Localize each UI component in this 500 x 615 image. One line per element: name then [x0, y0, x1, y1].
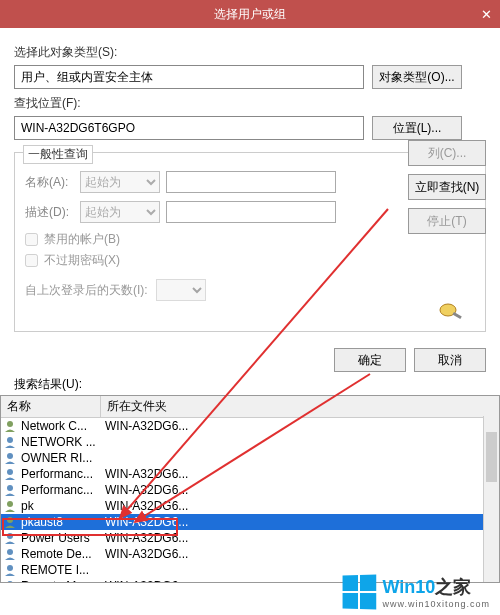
- row-name: REMOTE I...: [21, 563, 101, 577]
- locations-button[interactable]: 位置(L)...: [372, 116, 462, 140]
- user-icon: [3, 483, 19, 497]
- ok-button[interactable]: 确定: [334, 348, 406, 372]
- object-type-label: 选择此对象类型(S):: [14, 44, 486, 61]
- row-folder: WIN-A32DG6...: [101, 531, 499, 545]
- user-icon: [3, 515, 19, 529]
- table-row[interactable]: Network C...WIN-A32DG6...: [1, 418, 499, 434]
- table-row[interactable]: Power UsersWIN-A32DG6...: [1, 530, 499, 546]
- close-icon: ✕: [481, 7, 492, 22]
- svg-point-10: [7, 549, 13, 555]
- table-row[interactable]: NETWORK ...: [1, 434, 499, 450]
- user-icon: [3, 435, 19, 449]
- disabled-accounts-checkbox[interactable]: [25, 233, 38, 246]
- svg-point-2: [7, 421, 13, 427]
- desc-input[interactable]: [166, 201, 336, 223]
- row-folder: WIN-A32DG6...: [101, 419, 499, 433]
- row-name: Remote De...: [21, 547, 101, 561]
- no-expire-label: 不过期密码(X): [44, 252, 120, 269]
- table-row[interactable]: pkWIN-A32DG6...: [1, 498, 499, 514]
- location-input[interactable]: [14, 116, 364, 140]
- results-label: 搜索结果(U):: [14, 376, 486, 393]
- user-icon: [3, 547, 19, 561]
- svg-point-9: [7, 533, 13, 539]
- svg-rect-1: [453, 312, 462, 319]
- days-since-label: 自上次登录后的天数(I):: [25, 282, 148, 299]
- name-match-select[interactable]: 起始为: [80, 171, 160, 193]
- row-name: OWNER RI...: [21, 451, 101, 465]
- svg-point-5: [7, 469, 13, 475]
- svg-point-11: [7, 565, 13, 571]
- search-icon: [437, 299, 465, 321]
- windows-logo-icon: [343, 575, 377, 610]
- name-input[interactable]: [166, 171, 336, 193]
- user-icon: [3, 451, 19, 465]
- row-name: Remote M...: [21, 579, 101, 583]
- user-icon: [3, 563, 19, 577]
- scroll-thumb[interactable]: [486, 432, 497, 482]
- watermark: Win10之家 www.win10xitong.com: [342, 575, 490, 609]
- titlebar: 选择用户或组 ✕: [0, 0, 500, 28]
- row-folder: WIN-A32DG6...: [101, 483, 499, 497]
- results-list: 名称 所在文件夹 Network C...WIN-A32DG6...NETWOR…: [0, 395, 500, 583]
- svg-point-4: [7, 453, 13, 459]
- svg-point-6: [7, 485, 13, 491]
- name-label: 名称(A):: [25, 174, 80, 191]
- no-expire-checkbox[interactable]: [25, 254, 38, 267]
- row-name: NETWORK ...: [21, 435, 101, 449]
- scrollbar[interactable]: [483, 416, 499, 582]
- dialog-title: 选择用户或组: [0, 6, 500, 23]
- table-row[interactable]: Performanc...WIN-A32DG6...: [1, 482, 499, 498]
- user-icon: [3, 531, 19, 545]
- disabled-accounts-label: 禁用的帐户(B): [44, 231, 120, 248]
- user-icon: [3, 467, 19, 481]
- results-header: 名称 所在文件夹: [1, 396, 499, 418]
- row-folder: WIN-A32DG6...: [101, 499, 499, 513]
- desc-label: 描述(D):: [25, 204, 80, 221]
- row-folder: WIN-A32DG6...: [101, 467, 499, 481]
- object-types-button[interactable]: 对象类型(O)...: [372, 65, 462, 89]
- side-buttons: 列(C)... 立即查找(N) 停止(T): [408, 140, 486, 234]
- location-label: 查找位置(F):: [14, 95, 486, 112]
- object-type-input[interactable]: [14, 65, 364, 89]
- row-name: pk: [21, 499, 101, 513]
- cancel-button[interactable]: 取消: [414, 348, 486, 372]
- svg-point-3: [7, 437, 13, 443]
- table-row[interactable]: OWNER RI...: [1, 450, 499, 466]
- row-name: Performanc...: [21, 467, 101, 481]
- footer-buttons: 确定 取消: [14, 348, 486, 372]
- desc-match-select[interactable]: 起始为: [80, 201, 160, 223]
- days-since-select[interactable]: [156, 279, 206, 301]
- user-icon: [3, 579, 19, 583]
- row-name: Performanc...: [21, 483, 101, 497]
- row-name: Network C...: [21, 419, 101, 433]
- svg-point-12: [7, 581, 13, 583]
- col-name-header[interactable]: 名称: [1, 396, 101, 417]
- table-row[interactable]: Performanc...WIN-A32DG6...: [1, 466, 499, 482]
- user-icon: [3, 499, 19, 513]
- svg-point-8: [7, 517, 13, 523]
- stop-button[interactable]: 停止(T): [408, 208, 486, 234]
- row-name: pkaust8: [21, 515, 101, 529]
- col-folder-header[interactable]: 所在文件夹: [101, 396, 499, 417]
- columns-button[interactable]: 列(C)...: [408, 140, 486, 166]
- table-row[interactable]: pkaust8WIN-A32DG6...: [1, 514, 499, 530]
- close-button[interactable]: ✕: [472, 0, 500, 28]
- row-folder: WIN-A32DG6...: [101, 515, 499, 529]
- row-folder: WIN-A32DG6...: [101, 547, 499, 561]
- row-name: Power Users: [21, 531, 101, 545]
- find-now-button[interactable]: 立即查找(N): [408, 174, 486, 200]
- table-row[interactable]: Remote De...WIN-A32DG6...: [1, 546, 499, 562]
- common-query-tab[interactable]: 一般性查询: [23, 145, 93, 164]
- svg-point-7: [7, 501, 13, 507]
- user-icon: [3, 419, 19, 433]
